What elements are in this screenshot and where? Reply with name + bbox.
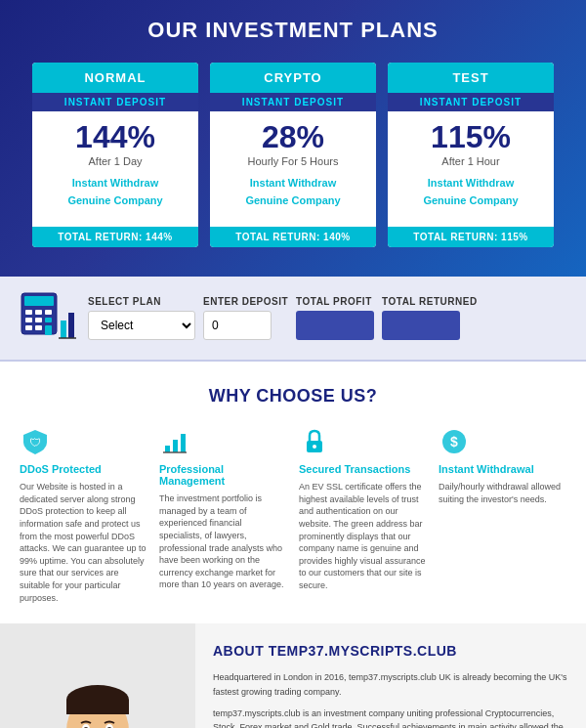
calculator-section: SELECT PLAN Select NORMALCRYPTOTEST ENTE… [0, 277, 586, 362]
svg-rect-5 [25, 318, 32, 322]
person-svg [0, 623, 195, 728]
why-item-text-0: Our Website is hosted in a dedicated ser… [20, 481, 147, 604]
profit-label: TOTAL PROFIT [296, 296, 374, 307]
why-item-text-1: The investment portfolio is managed by a… [159, 492, 287, 591]
why-item-2: Secured Transactions An EV SSL certifica… [299, 426, 427, 604]
svg-rect-4 [45, 310, 52, 315]
select-plan-field: SELECT PLAN Select NORMALCRYPTOTEST [88, 296, 195, 340]
svg-rect-9 [35, 325, 42, 330]
why-section: WHY CHOOSE US? 🛡 DDoS Protected Our Webs… [0, 362, 586, 623]
plan-name-crypto: CRYPTO [210, 63, 376, 93]
plan-deposit-label-normal: INSTANT DEPOSIT [32, 93, 198, 111]
why-grid: 🛡 DDoS Protected Our Website is hosted i… [20, 426, 566, 604]
plan-period-normal: After 1 Day [40, 155, 190, 167]
svg-rect-8 [25, 325, 32, 330]
returned-result [382, 311, 460, 340]
why-item-title-0: DDoS Protected [20, 463, 147, 475]
why-item-title-3: Instant Withdrawal [439, 463, 566, 475]
plan-card-crypto: CRYPTO INSTANT DEPOSIT 28% Hourly For 5 … [210, 63, 376, 247]
chart-icon [159, 426, 190, 457]
total-returned-field: TOTAL RETURNED [382, 296, 478, 340]
why-item-text-3: Daily/hourly withdrawal allowed suiting … [439, 481, 566, 505]
why-item-title-2: Secured Transactions [299, 463, 427, 475]
plan-percent-crypto: 28% [218, 121, 368, 152]
svg-rect-12 [68, 313, 74, 338]
plan-features-normal: Instant WithdrawGenuine Company [40, 175, 190, 209]
about-image [0, 623, 195, 728]
plan-body-test: 115% After 1 Hour Instant WithdrawGenuin… [388, 111, 554, 227]
svg-rect-3 [35, 310, 42, 315]
plan-total-normal: TOTAL RETURN: 144% [32, 227, 198, 247]
plan-percent-test: 115% [396, 121, 546, 152]
plan-deposit-label-crypto: INSTANT DEPOSIT [210, 93, 376, 111]
why-item-1: Professional Management The investment p… [159, 426, 287, 604]
plan-deposit-label-test: INSTANT DEPOSIT [388, 93, 554, 111]
plans-grid: NORMAL INSTANT DEPOSIT 144% After 1 Day … [20, 63, 566, 247]
svg-point-20 [313, 445, 316, 449]
plan-features-crypto: Instant WithdrawGenuine Company [218, 175, 368, 209]
why-item-text-2: An EV SSL certificate offers the highest… [299, 481, 427, 591]
select-plan-label: SELECT PLAN [88, 296, 195, 307]
svg-rect-32 [66, 700, 129, 714]
svg-text:🛡: 🛡 [29, 436, 41, 450]
about-title: ABOUT TEMP37.MYSCRIPTS.CLUB [213, 643, 568, 659]
svg-rect-1 [24, 296, 54, 306]
plan-select[interactable]: Select NORMALCRYPTOTEST [88, 311, 195, 340]
enter-deposit-field: ENTER DEPOSIT [203, 296, 288, 340]
svg-rect-2 [25, 310, 32, 315]
svg-rect-16 [173, 440, 178, 452]
svg-rect-15 [165, 446, 170, 452]
plan-body-normal: 144% After 1 Day Instant WithdrawGenuine… [32, 111, 198, 227]
lock-icon [299, 426, 330, 457]
svg-rect-11 [61, 321, 66, 338]
plan-card-normal: NORMAL INSTANT DEPOSIT 144% After 1 Day … [32, 63, 198, 247]
dollar-icon: $ [439, 426, 470, 457]
about-content: ABOUT TEMP37.MYSCRIPTS.CLUB Headquartere… [195, 623, 586, 728]
plan-total-crypto: TOTAL RETURN: 140% [210, 227, 376, 247]
plan-total-test: TOTAL RETURN: 115% [388, 227, 554, 247]
plan-period-test: After 1 Hour [396, 155, 546, 167]
calculator-fields: SELECT PLAN Select NORMALCRYPTOTEST ENTE… [88, 296, 566, 340]
svg-rect-7 [45, 318, 52, 322]
header-section: OUR INVESTMENT PLANS NORMAL INSTANT DEPO… [0, 0, 586, 277]
plan-name-test: TEST [388, 63, 554, 93]
svg-rect-17 [181, 434, 186, 452]
svg-rect-10 [45, 325, 52, 335]
plan-period-crypto: Hourly For 5 Hours [218, 155, 368, 167]
about-paragraphs: Headquartered in London in 2016, temp37.… [213, 670, 568, 728]
deposit-label: ENTER DEPOSIT [203, 296, 288, 307]
deposit-input[interactable] [203, 311, 272, 340]
about-para-1: temp37.myscripts.club is an investment c… [213, 707, 568, 728]
plan-features-test: Instant WithdrawGenuine Company [396, 175, 546, 209]
plan-card-test: TEST INSTANT DEPOSIT 115% After 1 Hour I… [388, 63, 554, 247]
shield-icon: 🛡 [20, 426, 51, 457]
returned-label: TOTAL RETURNED [382, 296, 478, 307]
why-title: WHY CHOOSE US? [20, 386, 566, 407]
profit-result [296, 311, 374, 340]
why-item-title-1: Professional Management [159, 463, 287, 487]
calculator-icon [20, 291, 78, 345]
why-item-0: 🛡 DDoS Protected Our Website is hosted i… [20, 426, 147, 604]
plan-name-normal: NORMAL [32, 63, 198, 93]
plan-body-crypto: 28% Hourly For 5 Hours Instant WithdrawG… [210, 111, 376, 227]
svg-text:$: $ [450, 434, 458, 450]
plan-percent-normal: 144% [40, 121, 190, 152]
total-profit-field: TOTAL PROFIT [296, 296, 374, 340]
why-item-3: $ Instant Withdrawal Daily/hourly withdr… [439, 426, 566, 604]
page-title: OUR INVESTMENT PLANS [20, 18, 566, 43]
svg-rect-6 [35, 318, 42, 322]
about-para-0: Headquartered in London in 2016, temp37.… [213, 670, 568, 699]
about-section: ABOUT TEMP37.MYSCRIPTS.CLUB Headquartere… [0, 623, 586, 728]
